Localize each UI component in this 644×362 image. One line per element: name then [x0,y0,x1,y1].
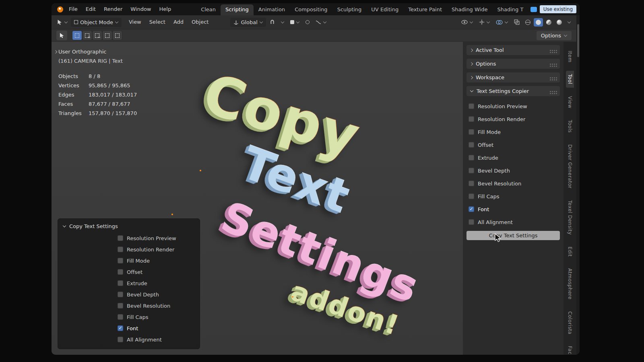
checkbox[interactable] [118,247,123,252]
checkbox[interactable] [469,168,474,173]
operator-option-row[interactable]: Extrude [58,278,200,289]
panel-grip-icon[interactable] [550,77,551,78]
scrollbar-thumb[interactable] [577,24,579,57]
shading-material-button[interactable] [544,18,553,27]
sidebar-tab[interactable]: Tools [566,117,574,136]
snap-settings-dropdown[interactable] [279,20,287,25]
sidebar-option-row[interactable]: Bevel Depth [466,164,560,177]
checkbox[interactable] [469,193,474,199]
sidebar-option-row[interactable]: Offset [466,138,560,151]
shading-rendered-button[interactable] [555,18,564,27]
chat-icon[interactable] [530,7,537,12]
workspace-tab[interactable]: Animation [254,4,290,15]
operator-option-row[interactable]: Fill Mode [58,255,200,266]
checkbox[interactable] [118,258,123,263]
sidebar-option-row[interactable]: Extrude [466,151,560,164]
sidebar-option-row[interactable]: Bevel Resolution [466,177,560,190]
sidebar-tab[interactable]: View [566,93,574,111]
sidebar-tab[interactable]: Tool [566,71,574,87]
checkbox[interactable] [469,129,474,135]
checkbox[interactable] [118,280,123,286]
viewport-menu-item[interactable]: Object [188,16,213,28]
select-mode-intersect-button[interactable] [113,31,122,40]
operator-panel-header[interactable]: Copy Text Settings [58,219,200,232]
workspace-tab[interactable]: Shading Wide [447,4,492,15]
overlays-dropdown[interactable] [493,18,510,27]
operator-option-row[interactable]: Bevel Resolution [58,300,200,311]
checkbox[interactable] [118,325,123,331]
checkbox[interactable] [118,235,123,241]
workspace-tab[interactable]: Scripting [221,4,254,15]
workspace-tab[interactable]: Clean [196,4,221,15]
snap-toggle-button[interactable] [267,18,277,27]
sidebar-tab[interactable]: Atmosphere [566,265,574,303]
workspace-tab[interactable]: Compositing [290,4,332,15]
blender-logo-icon[interactable] [57,6,63,12]
sidebar-option-row[interactable]: Font [466,203,560,216]
copy-text-settings-button[interactable]: Copy Text Settings [466,231,560,240]
viewport-menu-item[interactable]: View [125,16,145,28]
sidebar-tab[interactable]: Driver Generator [566,141,574,192]
topbar-menu-item[interactable]: File [65,3,82,15]
operator-option-row[interactable]: Font [58,323,200,334]
sidebar-option-row[interactable]: Resolution Render [466,113,560,125]
editor-type-button[interactable] [55,18,70,27]
proportional-editing-toggle[interactable] [303,19,312,26]
transform-orientation-dropdown[interactable]: Global [230,18,266,27]
object-visibility-dropdown[interactable] [459,18,475,26]
xray-toggle[interactable] [512,18,522,27]
topbar-menu-item[interactable]: Help [155,3,175,15]
falloff-dropdown[interactable] [313,19,329,26]
gizmos-dropdown[interactable] [477,18,492,27]
operator-option-row[interactable]: Resolution Preview [58,232,200,244]
workspace-tab[interactable]: Texture Paint [403,4,447,15]
sidebar-panel-header-text-settings-copier[interactable]: Text Settings Copier [466,86,560,96]
topbar-menu-item[interactable]: Window [126,3,155,15]
scrollbar-track[interactable] [576,15,580,355]
workspace-tab[interactable]: Sculpting [332,4,367,15]
workspace-tab[interactable]: UV Editing [366,4,403,15]
use-existing-button[interactable]: Use existing [540,5,576,13]
sidebar-option-row[interactable]: All Alignment [466,216,560,228]
options-dropdown[interactable]: Options [537,31,572,40]
checkbox[interactable] [118,269,123,275]
select-mode-new-button[interactable] [72,31,82,40]
sidebar-panel-header[interactable]: Options [466,59,560,69]
viewport-menu-item[interactable]: Add [169,16,188,28]
toolbar-expand-icon[interactable] [54,50,57,53]
sidebar-tab[interactable]: Item [566,47,574,66]
checkbox[interactable] [118,292,123,297]
operator-option-row[interactable]: Bevel Depth [58,289,200,300]
sidebar-panel-header[interactable]: Workspace [466,72,560,82]
checkbox[interactable] [469,142,474,148]
panel-grip-icon[interactable] [550,64,551,65]
shading-wireframe-button[interactable] [523,18,533,27]
pivot-point-dropdown[interactable] [288,19,302,26]
topbar-menu-item[interactable]: Edit [82,3,100,15]
operator-option-row[interactable]: Offset [58,266,200,278]
viewport-3d[interactable]: User Orthographic (161) CAMERA RIG | Tex… [52,42,564,355]
checkbox[interactable] [469,181,474,186]
operator-option-row[interactable]: All Alignment [58,334,200,345]
select-mode-extend-button[interactable]: + [83,31,92,40]
panel-grip-icon[interactable] [550,91,551,92]
object-mode-dropdown[interactable]: Object Mode [71,18,122,27]
checkbox[interactable] [469,206,474,212]
sidebar-tab[interactable]: Edit [566,243,574,260]
shading-solid-button[interactable] [534,18,543,27]
sidebar-tab[interactable]: Colorista [566,308,574,337]
sidebar-option-row[interactable]: Resolution Preview [466,100,560,113]
operator-option-row[interactable]: Fill Caps [58,311,200,323]
topbar-menu-item[interactable]: Render [100,3,126,15]
shading-settings-dropdown[interactable] [565,20,573,25]
operator-option-row[interactable]: Resolution Render [58,244,200,255]
checkbox[interactable] [469,155,474,160]
sidebar-tab[interactable]: Texel Density [566,197,574,238]
checkbox[interactable] [469,103,474,109]
checkbox[interactable] [469,219,474,225]
viewport-menu-item[interactable]: Select [145,16,169,28]
select-mode-invert-button[interactable] [103,31,112,40]
panel-grip-icon[interactable] [550,50,551,51]
checkbox[interactable] [118,314,123,320]
checkbox[interactable] [118,303,123,309]
